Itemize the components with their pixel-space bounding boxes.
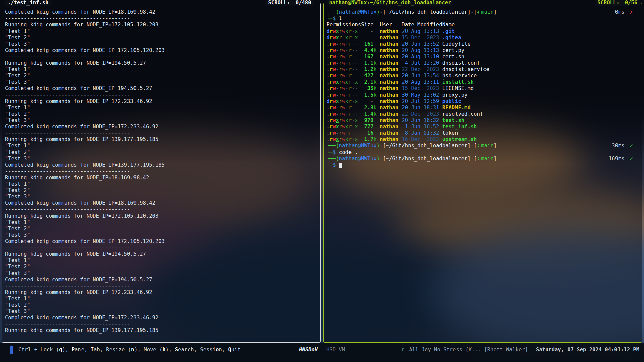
git-branch-icon	[477, 10, 480, 14]
terminal-line: "Test 2"	[5, 302, 317, 308]
file-row: .rwxrwxr-x1.7knathan16 Dec 2023upstream.…	[327, 136, 639, 143]
command-status-icon: ✗	[630, 9, 633, 15]
file-row: .rw-rw-r--1.1knathan 4 Jul 12:20dnsdist.…	[327, 60, 639, 66]
file-size: 16	[361, 130, 373, 136]
file-owner: nathan	[380, 136, 398, 143]
file-owner: nathan	[380, 73, 398, 79]
terminal-line: "Test 2"	[5, 35, 317, 41]
file-permissions: .rw-rw-r--	[327, 111, 361, 117]
file-name: dnsdist.conf	[442, 60, 480, 66]
command-status-icon: ✓	[630, 143, 633, 149]
file-row: .rwxrwxr-x2.1knathan20 Aug 13:11install.…	[327, 79, 639, 85]
terminal-line: "Test 2"	[5, 149, 317, 156]
file-name: cert.py	[442, 47, 464, 54]
command-duration: 0ms✗	[615, 9, 638, 15]
left-pane[interactable]: ./test_inf.sh SCROLL:0/480 Completed kdi…	[2, 3, 321, 343]
terminal-line: "Test 2"	[5, 73, 317, 79]
file-name: hsd.service	[442, 73, 477, 79]
file-owner: nathan	[380, 47, 398, 54]
prompt-line: ┌──(nathan@NWTux)-[~/Git/hns_doh_loadbal…	[327, 9, 639, 15]
terminal-line: "Test 3"	[5, 270, 317, 277]
file-name: LICENSE.md	[442, 85, 474, 92]
file-owner: nathan	[380, 79, 398, 85]
file-name: test.sh	[442, 117, 464, 124]
file-name: test_inf.sh	[442, 124, 477, 130]
terminal-line: Completed kdig commands for NODE_IP=194.…	[5, 85, 317, 92]
file-row: .rw-rw-r--427 nathan20 Jun 13:54hsd.serv…	[327, 73, 639, 79]
file-date: 20 Aug 13:13	[401, 28, 442, 35]
terminal-line: Running kdig commands for NODE_IP=194.50…	[5, 251, 317, 257]
terminal-line: "Test 1"	[5, 105, 317, 111]
file-owner: nathan	[380, 92, 398, 98]
file-name: token	[442, 130, 458, 136]
tab-name[interactable]: HSD VM	[326, 347, 345, 353]
file-permissions: .rw-rw-r--	[327, 60, 361, 66]
file-size: 35	[361, 85, 373, 92]
prompt-frame: └─	[327, 162, 333, 168]
file-row: .rw-rw-r--167 nathan20 Aug 13:10cert.sh	[327, 54, 639, 60]
file-date: 1 Jun 16:52	[401, 124, 442, 130]
file-row: .rw-rw-r--1.4knathan22 Dec 2023resolved.…	[327, 111, 639, 117]
command-text: code .	[339, 149, 358, 156]
terminal-line: "Test 3"	[5, 194, 317, 200]
right-pane[interactable]: nathan@NWTux:~/Git/hns_doh_loadbalancer …	[323, 3, 642, 343]
file-permissions: .rw-rw-r--	[327, 47, 361, 54]
file-size: 4.4	[361, 47, 373, 54]
terminal-line: "Test 2"	[5, 226, 317, 232]
prompt-line: ┌──(nathan@NWTux)-[~/Git/hns_doh_loadbal…	[327, 143, 639, 149]
terminal-line: Completed kdig commands for NODE_IP=18.1…	[5, 9, 317, 15]
session-info: HNSDoH HSD VM	[299, 347, 345, 353]
terminal-line: "Test 1"	[5, 66, 317, 73]
zellij-status-bar: Ctrl + Lock (g), Pane, Tab, Resize (n), …	[0, 343, 644, 362]
command-line-active[interactable]: └─$	[327, 162, 639, 168]
file-date: 30 May 12:02	[401, 92, 442, 98]
file-name: upstream.sh	[442, 136, 477, 143]
prompt-git-branch: main	[481, 156, 493, 162]
file-size: 970	[361, 117, 373, 124]
file-owner: nathan	[380, 35, 398, 41]
command-line: └─$ l	[327, 15, 639, 22]
file-row: drwxrwxr-x- nathan20 Aug 13:13.git	[327, 28, 639, 35]
shell-prompt: ┌──(nathan@NWTux)-[~/Git/hns_doh_loadbal…	[327, 9, 497, 15]
prompt-dollar: $	[333, 162, 336, 168]
file-owner: nathan	[380, 111, 398, 117]
file-owner: nathan	[380, 85, 398, 92]
file-size: 427	[361, 73, 373, 79]
terminal-line: Completed kdig commands for NODE_IP=172.…	[5, 315, 317, 321]
file-row: .rw-rw-r--16 nathan 8 Jan 01:32token	[327, 130, 639, 136]
prompt-user-host: nathan@NWTux	[339, 143, 377, 149]
terminal-line: ----------------------------------------	[5, 54, 317, 60]
file-permissions: .rw-rw-r--	[327, 92, 361, 98]
prompt-path: ~/Git/hns_doh_loadbalancer	[386, 156, 468, 162]
prompt-user-host: nathan@NWTux	[339, 156, 377, 162]
prompt-frame: └─	[327, 15, 333, 22]
terminal-line: Running kdig commands for NODE_IP=172.23…	[5, 289, 317, 296]
music-note-icon: ♪	[401, 347, 404, 353]
header-name: Name	[442, 22, 455, 28]
file-permissions: .rwxrwxr-x	[327, 117, 361, 124]
file-row: .rw-rw-r--4.4knathan20 Aug 13:13cert.py	[327, 47, 639, 54]
prompt-path: ~/Git/hns_doh_loadbalancer	[386, 9, 468, 15]
shell-prompt: ┌──(nathan@NWTux)-[~/Git/hns_doh_loadbal…	[327, 156, 497, 162]
file-name: install.sh	[442, 79, 474, 85]
file-row: drwxrwxr-x- nathan20 Jul 12:59public	[327, 98, 639, 105]
file-date: 8 Jan 01:32	[401, 130, 442, 136]
file-owner: nathan	[380, 66, 398, 73]
file-date: 20 Jun 13:52	[401, 41, 442, 47]
file-name: .gitea	[442, 35, 461, 41]
file-owner: nathan	[380, 54, 398, 60]
terminal-line: Completed kdig commands for NODE_IP=172.…	[5, 124, 317, 130]
file-permissions: .rw-rw-r--	[327, 85, 361, 92]
file-permissions: .rw-rw-r--	[327, 54, 361, 60]
right-terminal-content[interactable]: ┌──(nathan@NWTux)-[~/Git/hns_doh_loadbal…	[324, 3, 642, 342]
file-size: -	[361, 35, 373, 41]
file-row: .rw-rw-r--35knathan15 Dec 2023LICENSE.md	[327, 85, 639, 92]
terminal-line: "Test 3"	[5, 232, 317, 238]
file-permissions: .rwxrwxr-x	[327, 136, 361, 143]
left-terminal-content[interactable]: Completed kdig commands for NODE_IP=18.1…	[2, 3, 320, 342]
file-date: 20 Aug 13:13	[401, 47, 442, 54]
header-permissions: Permissions	[327, 22, 361, 28]
file-owner: nathan	[380, 130, 398, 136]
zellij-workspace: ./test_inf.sh SCROLL:0/480 Completed kdi…	[2, 3, 642, 343]
file-permissions: drwxr-xr-x	[327, 35, 361, 41]
